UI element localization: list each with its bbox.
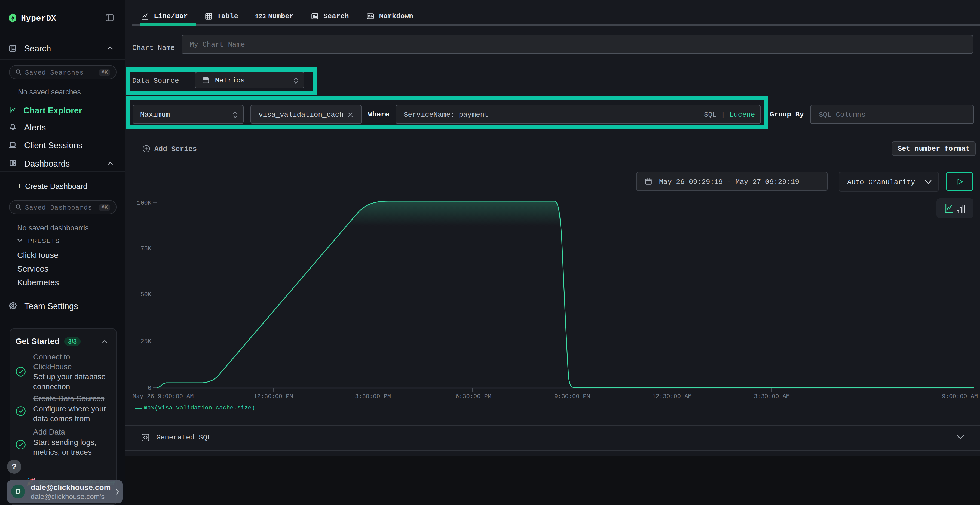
svg-text:3:30:00 AM: 3:30:00 AM bbox=[754, 393, 790, 400]
svg-text:100K: 100K bbox=[137, 200, 152, 206]
svg-text:6:30:00 PM: 6:30:00 PM bbox=[455, 393, 492, 400]
svg-text:12:30:00 PM: 12:30:00 PM bbox=[253, 393, 293, 400]
svg-text:9:00:00 AM: 9:00:00 AM bbox=[942, 393, 978, 400]
svg-text:0: 0 bbox=[148, 385, 151, 392]
svg-text:75K: 75K bbox=[140, 245, 151, 252]
svg-text:May 26 9:00:00 AM: May 26 9:00:00 AM bbox=[132, 393, 194, 400]
svg-text:9:30:00 PM: 9:30:00 PM bbox=[554, 393, 590, 400]
svg-text:50K: 50K bbox=[140, 291, 151, 298]
svg-text:3:30:00 PM: 3:30:00 PM bbox=[355, 393, 391, 400]
svg-text:25K: 25K bbox=[140, 338, 151, 345]
svg-text:12:30:00 AM: 12:30:00 AM bbox=[652, 393, 692, 400]
